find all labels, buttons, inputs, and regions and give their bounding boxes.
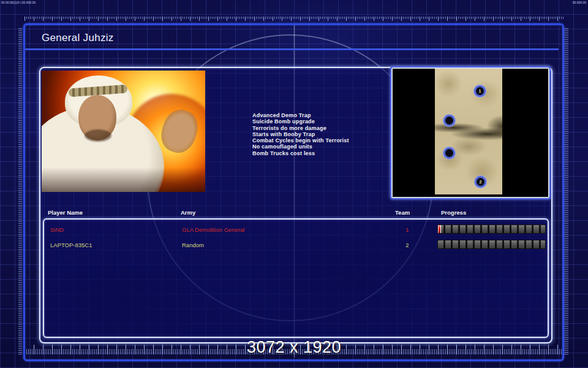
column-header-progress: Progress — [441, 209, 466, 216]
player-team: 2 — [401, 242, 413, 248]
ability-item: Terrorists do more damage — [252, 125, 349, 131]
portrait-shadow — [42, 167, 205, 192]
ability-item: No camouflaged units — [252, 144, 349, 150]
column-header-team: Team — [395, 209, 410, 216]
map-start-marker-2: 2 — [475, 176, 486, 188]
player-row: LAPTOP-835C1 Random 2 — [44, 239, 548, 253]
general-portrait-image — [42, 71, 205, 192]
player-name: LAPTOP-835C1 — [50, 242, 92, 248]
player-row: SiND GLA Demolition General 1 — [44, 223, 548, 238]
general-abilities-list: Advanced Demo Trap Suicide Bomb upgrade … — [252, 112, 349, 156]
map-marker-label: 1 — [479, 89, 481, 93]
map-start-marker-1: 1 — [474, 85, 486, 97]
ability-item: Advanced Demo Trap — [252, 112, 349, 118]
loading-progress-bar — [437, 224, 546, 234]
ability-item: Bomb Trucks cost less — [252, 150, 349, 156]
column-header-player-name: Player Name — [48, 209, 83, 216]
portrait-beard — [85, 129, 111, 142]
player-army: Random — [182, 242, 204, 248]
title-divider — [25, 48, 559, 50]
loading-screen-background: 00 00:00(1)/0 | 00.000.00 00.000.00 Gene… — [0, 0, 588, 368]
map-marker-label: 2 — [480, 180, 482, 184]
ruler-left-ticks — [18, 28, 22, 356]
general-title: General Juhziz — [42, 32, 114, 44]
map-preview-panel: 1 2 — [390, 66, 551, 199]
ruler-top-major-ticks — [24, 17, 564, 21]
ability-item: Suicide Bomb upgrade — [252, 118, 349, 125]
column-header-army: Army — [181, 209, 195, 216]
player-name: SiND — [50, 226, 64, 233]
player-army: GLA Demolition General — [182, 226, 244, 233]
map-preview-image — [435, 69, 502, 194]
debug-status-left: 00 00:00(1)/0 | 00.000.00 — [1, 1, 36, 4]
player-list-panel: SiND GLA Demolition General 1 LAPTOP-835… — [43, 218, 549, 338]
resolution-label: 3072 x 1920 — [0, 338, 588, 357]
map-start-marker-empty — [443, 147, 455, 159]
debug-status-right: 00.000.00 — [573, 1, 586, 4]
loading-progress-bar — [437, 240, 546, 249]
ability-item: Starts with Booby Trap — [252, 131, 349, 137]
ability-item: Combat Cycles begin with Terrorist — [252, 137, 349, 144]
loading-progress-fill — [438, 225, 441, 233]
player-team: 1 — [401, 226, 413, 233]
ruler-right-ticks — [564, 28, 568, 356]
map-start-marker-empty — [443, 115, 455, 126]
